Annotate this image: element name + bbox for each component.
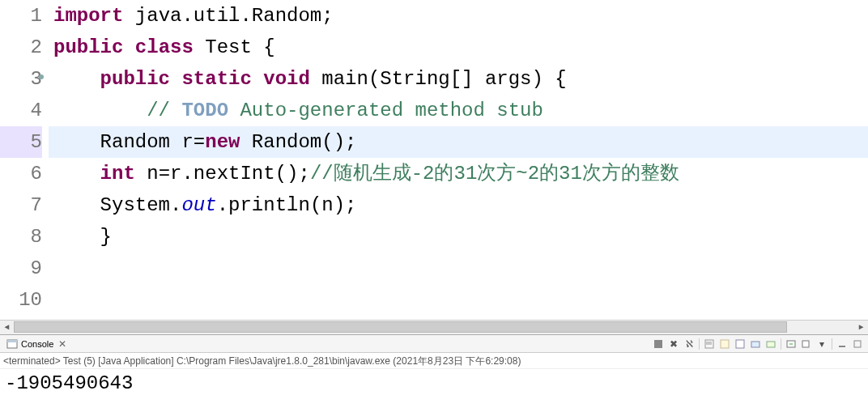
code-line[interactable] bbox=[49, 253, 868, 284]
scrollbar-track[interactable] bbox=[14, 321, 854, 334]
console-icon bbox=[6, 338, 18, 350]
code-line[interactable]: // TODO Auto-generated method stub bbox=[49, 95, 868, 126]
remove-launch-button[interactable]: ✖ bbox=[666, 337, 681, 351]
minimize-button[interactable] bbox=[835, 337, 849, 351]
code-line[interactable]: } bbox=[49, 221, 868, 253]
line-number-gutter: 12345678910 bbox=[0, 0, 49, 320]
code-line[interactable] bbox=[49, 284, 868, 316]
line-number: 10 bbox=[0, 284, 42, 316]
svg-rect-13 bbox=[854, 341, 861, 347]
svg-rect-12 bbox=[839, 346, 845, 347]
line-number: 2 bbox=[0, 32, 42, 63]
scroll-right-icon[interactable]: ► bbox=[854, 321, 868, 334]
svg-rect-6 bbox=[721, 340, 729, 348]
code-line[interactable]: Random r=new Random(); bbox=[49, 126, 868, 158]
remove-all-terminated-button[interactable]: ℵ bbox=[682, 337, 696, 351]
code-editor[interactable]: 12345678910 import java.util.Random;publ… bbox=[0, 0, 868, 334]
svg-rect-9 bbox=[767, 342, 775, 347]
console-status: <terminated> Test (5) [Java Application]… bbox=[0, 353, 868, 369]
console-tabbar: Console ✕ ✖ ℵ ▾ bbox=[0, 335, 868, 353]
display-selected-button[interactable] bbox=[784, 337, 798, 351]
console-tab[interactable]: Console ✕ bbox=[3, 338, 70, 350]
pin-console-button[interactable] bbox=[764, 337, 778, 351]
code-body[interactable]: import java.util.Random;public class Tes… bbox=[49, 0, 868, 320]
line-number: 8 bbox=[0, 221, 42, 253]
svg-rect-2 bbox=[654, 340, 662, 348]
line-number: 4 bbox=[0, 95, 42, 126]
override-marker-icon bbox=[39, 74, 44, 79]
svg-rect-11 bbox=[802, 341, 809, 347]
code-line[interactable]: public class Test { bbox=[49, 32, 868, 63]
dropdown-arrow-icon[interactable]: ▾ bbox=[815, 337, 829, 351]
scrollbar-thumb[interactable] bbox=[14, 321, 787, 333]
svg-rect-8 bbox=[751, 342, 760, 347]
line-number: 6 bbox=[0, 158, 42, 189]
close-icon[interactable]: ✕ bbox=[58, 338, 66, 350]
code-line[interactable]: import java.util.Random; bbox=[49, 0, 868, 32]
console-output[interactable]: -1905490643 bbox=[0, 369, 868, 397]
terminate-button[interactable] bbox=[651, 337, 666, 351]
clear-console-button[interactable] bbox=[702, 337, 717, 351]
svg-rect-7 bbox=[736, 340, 744, 348]
console-toolbar: ✖ ℵ ▾ bbox=[651, 337, 865, 351]
scroll-left-icon[interactable]: ◄ bbox=[0, 321, 14, 334]
maximize-button[interactable] bbox=[850, 337, 865, 351]
code-line[interactable]: System.out.println(n); bbox=[49, 189, 868, 221]
show-console-button[interactable] bbox=[748, 337, 763, 351]
svg-rect-1 bbox=[7, 340, 17, 342]
line-number: 7 bbox=[0, 189, 42, 221]
word-wrap-button[interactable] bbox=[733, 337, 747, 351]
scroll-lock-button[interactable] bbox=[717, 337, 732, 351]
horizontal-scrollbar[interactable]: ◄ ► bbox=[0, 320, 868, 334]
console-tab-label: Console bbox=[21, 339, 53, 349]
console-panel: Console ✕ ✖ ℵ ▾ <terminated> Test (5) [J… bbox=[0, 334, 868, 412]
code-line[interactable]: public static void main(String[] args) { bbox=[49, 63, 868, 95]
code-line[interactable]: int n=r.nextInt();//随机生成-2的31次方~2的31次方的整… bbox=[49, 158, 868, 189]
line-number: 1 bbox=[0, 0, 42, 32]
line-number: 9 bbox=[0, 253, 42, 284]
line-number: 5 bbox=[0, 126, 42, 158]
open-console-dropdown[interactable] bbox=[799, 337, 814, 351]
line-number: 3 bbox=[0, 63, 42, 95]
